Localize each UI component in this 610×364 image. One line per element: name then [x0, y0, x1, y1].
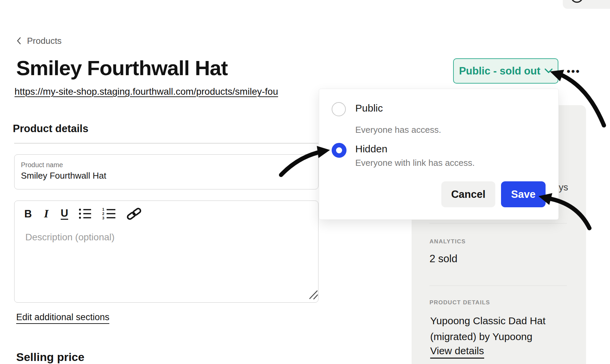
radio-public-label[interactable]: Public [355, 102, 383, 114]
view-details-link[interactable]: View details [430, 345, 484, 359]
section-heading-selling-price: Selling price [16, 351, 84, 364]
svg-text:2: 2 [102, 212, 104, 216]
edit-additional-sections-link[interactable]: Edit additional sections [16, 312, 109, 324]
product-details-heading: PRODUCT DETAILS [429, 299, 490, 306]
product-name-value[interactable]: Smiley Fourthwall Hat [21, 171, 106, 181]
description-placeholder: Description (optional) [25, 232, 115, 243]
breadcrumb[interactable]: Products [27, 36, 62, 46]
visibility-status-button[interactable]: Public - sold out [453, 58, 558, 84]
more-options-button[interactable]: ••• [564, 65, 583, 78]
back-chevron-icon[interactable] [16, 37, 22, 44]
sidebar-divider [429, 223, 567, 223]
corner-button-partial[interactable] [563, 0, 610, 9]
page-title: Smiley Fourthwall Hat [16, 56, 228, 80]
numbered-list-icon[interactable]: 1 2 3 [102, 207, 116, 220]
underline-icon[interactable]: U [61, 208, 68, 220]
analytics-sold-count: 2 sold [429, 253, 458, 265]
cancel-button[interactable]: Cancel [441, 181, 495, 207]
analytics-heading: ANALYTICS [429, 238, 466, 245]
section-heading-product-details: Product details [13, 123, 88, 135]
truncated-sidebar-text: ys [559, 182, 568, 193]
svg-text:3: 3 [102, 216, 104, 220]
svg-text:1: 1 [102, 207, 104, 211]
italic-icon[interactable]: I [42, 208, 50, 219]
corner-circle-icon [563, 0, 610, 9]
product-details-line: (migrated) by Yupoong [430, 331, 532, 342]
radio-public-description: Everyone has access. [355, 125, 441, 135]
visibility-status-label: Public - sold out [459, 65, 540, 77]
section-divider [14, 143, 318, 144]
bold-icon[interactable]: B [24, 209, 32, 219]
link-icon[interactable] [126, 207, 142, 220]
radio-public[interactable] [332, 102, 346, 116]
resize-handle-icon[interactable] [308, 289, 319, 300]
product-url-link[interactable]: https://my-site-shop.staging.fourthwall.… [15, 86, 278, 97]
chevron-down-icon [545, 68, 553, 73]
editor-toolbar: B I U 1 2 3 [24, 206, 142, 221]
save-button[interactable]: Save [501, 181, 546, 207]
radio-hidden-description: Everyone with link has access. [355, 158, 475, 168]
bullet-list-icon[interactable] [78, 208, 92, 220]
product-details-line: Yupoong Classic Dad Hat [430, 315, 546, 327]
radio-hidden-label[interactable]: Hidden [355, 143, 387, 155]
radio-hidden[interactable] [332, 143, 346, 158]
product-name-label: Product name [21, 161, 63, 169]
sidebar-divider [429, 285, 567, 286]
